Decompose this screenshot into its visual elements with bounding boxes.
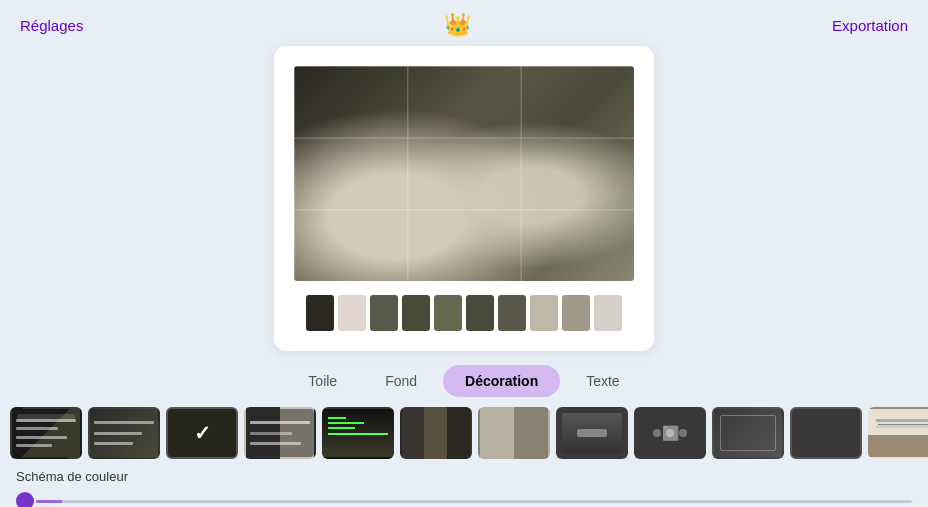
settings-button[interactable]: Réglages [20,17,83,34]
slider-thumb[interactable] [16,492,34,507]
swatch-6[interactable] [466,295,494,331]
thumb-item-12[interactable] [868,407,928,459]
tab-texte[interactable]: Texte [564,365,641,397]
swatch-9[interactable] [562,295,590,331]
thumb-item-9[interactable] [634,407,706,459]
footer-section: Schéma de couleur [0,459,928,507]
tab-toile[interactable]: Toile [286,365,359,397]
thumb-item-6[interactable] [400,407,472,459]
thumb-item-10[interactable] [712,407,784,459]
thumb-item-8[interactable] [556,407,628,459]
tab-decoration[interactable]: Décoration [443,365,560,397]
slider-label: Schéma de couleur [16,469,912,484]
swatch-2[interactable] [338,295,366,331]
thumb-item-7[interactable] [478,407,550,459]
selected-checkmark: ✓ [168,409,236,457]
tab-fond[interactable]: Fond [363,365,439,397]
swatch-8[interactable] [530,295,558,331]
swatch-3[interactable] [370,295,398,331]
color-palette [294,295,634,331]
swatch-5[interactable] [434,295,462,331]
thumb-item-2[interactable] [88,407,160,459]
swatch-7[interactable] [498,295,526,331]
color-scheme-slider[interactable] [16,492,912,507]
canvas-card [274,46,654,351]
export-button[interactable]: Exportation [832,17,908,34]
thumb-item-3[interactable]: ✓ [166,407,238,459]
crown-icon: 👑 [444,12,471,38]
image-preview [294,66,634,281]
dots-decoration [653,429,687,437]
swatch-10[interactable] [594,295,622,331]
thumb-item-5[interactable] [322,407,394,459]
tab-bar: Toile Fond Décoration Texte [0,365,928,397]
swatch-1[interactable] [306,295,334,331]
thumb-item-11[interactable] [790,407,862,459]
thumbnail-strip: ✓ [0,407,928,459]
swatch-4[interactable] [402,295,430,331]
thumb-item-4[interactable] [244,407,316,459]
slider-track[interactable] [36,500,912,503]
app-header: Réglages 👑 Exportation [0,0,928,46]
thumb-item-1[interactable] [10,407,82,459]
